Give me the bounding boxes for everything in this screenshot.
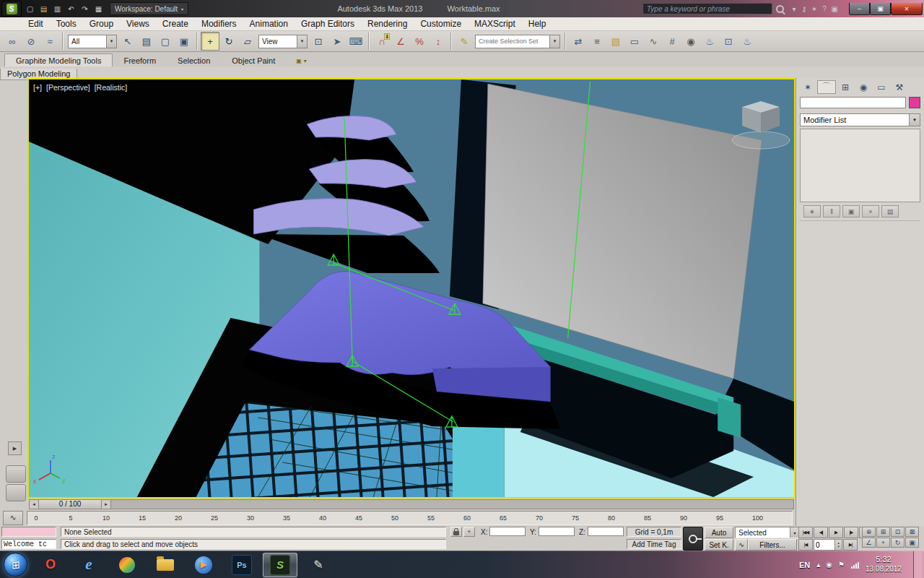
time-slider-prev-arrow[interactable]: ◄ (30, 500, 39, 509)
taskbar-opera[interactable]: O (33, 553, 68, 577)
pin-stack-icon[interactable]: ∗ (803, 205, 821, 217)
selection-filter-dropdown[interactable]: All ▾ (68, 35, 117, 48)
absolute-offset-toggle[interactable]: + (463, 527, 475, 537)
search-dropdown-icon[interactable]: ▾ (789, 5, 799, 13)
zoom-icon[interactable]: ⊕ (862, 527, 876, 537)
new-scene-icon[interactable]: ▢ (23, 2, 37, 15)
project-folder-icon[interactable]: ▦ (92, 2, 105, 15)
orbit-icon[interactable]: ↻ (891, 538, 905, 548)
viewport-layout-preset-button[interactable] (6, 484, 26, 501)
auto-key-button[interactable]: Auto (705, 527, 733, 538)
viewport[interactable]: z x y (27, 78, 796, 499)
time-slider-track[interactable]: ◄ 0 / 100 ► (29, 499, 794, 509)
show-end-result-icon[interactable]: ‖ (823, 205, 840, 217)
tab-display[interactable]: ▭ (873, 81, 890, 93)
reference-coordinate-dropdown[interactable]: View ▾ (258, 35, 308, 48)
go-to-start-button[interactable]: |◀◀ (798, 527, 813, 538)
show-desktop-button[interactable] (913, 551, 922, 578)
current-frame-input[interactable] (814, 540, 834, 550)
open-mini-curve-editor-button[interactable]: ∿ (3, 511, 23, 525)
taskbar-photoshop[interactable]: Ps (225, 553, 259, 577)
menu-item[interactable]: Help (522, 19, 553, 29)
redo-icon[interactable]: ↷ (78, 2, 92, 15)
remove-modifier-icon[interactable]: × (862, 205, 879, 217)
curve-editor-icon[interactable]: ∿ (644, 32, 663, 51)
percent-snap-icon[interactable]: % (410, 32, 429, 51)
ribbon-tab[interactable]: Selection (167, 54, 221, 66)
align-icon[interactable]: ≡ (588, 32, 606, 51)
taskbar-browser[interactable] (110, 553, 144, 577)
minimize-button[interactable]: – (849, 3, 870, 15)
modifier-stack-list[interactable] (800, 129, 920, 202)
network-icon[interactable] (851, 561, 859, 569)
layer-manager-icon[interactable]: ▤ (606, 32, 625, 51)
key-mode-toggle[interactable]: ∿ (735, 539, 748, 551)
set-key-button[interactable]: Set K. (705, 539, 733, 551)
tray-hidden-icons[interactable]: ▴ (816, 561, 820, 569)
taskbar-mediaplayer[interactable]: ▶ (186, 553, 221, 577)
help-icon[interactable]: ? (819, 5, 829, 13)
save-file-icon[interactable]: ▥ (51, 2, 64, 15)
workspace-dropdown[interactable]: Workspace: Default ▾ (110, 2, 188, 15)
mirror-icon[interactable]: ⇄ (569, 32, 588, 51)
render-production-icon[interactable]: ♨ (738, 32, 757, 51)
add-time-tag-button[interactable]: Add Time Tag (627, 539, 681, 549)
configure-modifier-sets-icon[interactable]: ▤ (881, 205, 899, 217)
make-unique-icon[interactable]: ▣ (842, 205, 860, 217)
object-name-input[interactable] (800, 97, 906, 108)
previous-frame-button[interactable]: ◀| (814, 527, 828, 538)
set-keys-button[interactable] (683, 527, 703, 551)
named-selection-set-dropdown[interactable]: Create Selection Set ▾ (475, 35, 560, 48)
infocenter-search-input[interactable]: Type a keyword or phrase (642, 3, 772, 14)
undo-icon[interactable]: ↶ (64, 2, 78, 15)
menu-item[interactable]: MAXScript (468, 19, 522, 29)
application-menu-button[interactable]: S (1, 1, 22, 17)
spinner-snap-icon[interactable]: ↕ (429, 32, 448, 51)
menu-item[interactable]: Modifiers (195, 19, 243, 29)
select-by-name-icon[interactable]: ▤ (137, 32, 156, 51)
time-slider-next-arrow[interactable]: ► (101, 500, 111, 509)
taskbar-folder[interactable] (148, 553, 183, 577)
menu-item[interactable]: Tools (50, 19, 83, 29)
menu-item[interactable]: Rendering (361, 19, 414, 29)
menu-item[interactable]: Graph Editors (295, 19, 361, 29)
menu-item[interactable]: Customize (414, 19, 468, 29)
select-and-move-icon[interactable]: + (201, 32, 219, 51)
angle-snap-icon[interactable]: ∠ (391, 32, 410, 51)
z-coordinate-input[interactable] (588, 527, 624, 536)
maxscript-mini-listener[interactable]: Welcome tc (1, 539, 56, 549)
restore-button[interactable]: ▣ (870, 3, 891, 15)
tab-modify[interactable]: ⌒ (817, 80, 836, 94)
ribbon-dropdown-icon[interactable]: ▾ (304, 58, 307, 64)
taskbar-3dsmax[interactable]: S (263, 553, 297, 577)
select-and-link-icon[interactable]: ∞ (3, 32, 22, 51)
maximize-viewport-icon[interactable]: ▣ (905, 538, 919, 548)
selected-keyset-dropdown[interactable]: Selected ▾ (735, 527, 800, 538)
viewport-layout-preset-button[interactable] (6, 465, 26, 483)
play-button[interactable]: ▶ (829, 527, 843, 538)
tab-utilities[interactable]: ⚒ (891, 81, 908, 93)
zoom-extents-all-icon[interactable]: ⊠ (905, 527, 919, 537)
menu-item[interactable]: Edit (22, 19, 50, 29)
window-crossing-icon[interactable]: ▣ (175, 32, 193, 51)
unlink-selection-icon[interactable]: ⊘ (22, 32, 40, 51)
schematic-view-icon[interactable]: # (663, 32, 681, 51)
select-and-manipulate-icon[interactable]: ➤ (328, 32, 346, 51)
favorites-star-icon[interactable]: ✶ (809, 5, 819, 13)
close-button[interactable]: × (891, 3, 923, 15)
material-editor-icon[interactable]: ◉ (681, 32, 700, 51)
select-and-rotate-icon[interactable]: ↻ (219, 32, 238, 51)
next-frame-button[interactable]: |▶ (844, 527, 858, 538)
keyboard-shortcut-override-icon[interactable]: ⌨ (346, 32, 365, 51)
menu-item[interactable]: Group (83, 19, 120, 29)
tray-action-center-flag-icon[interactable]: ⚑ (838, 561, 845, 569)
y-coordinate-input[interactable] (539, 527, 575, 536)
tab-create[interactable]: ✶ (799, 81, 816, 93)
rendered-frame-icon[interactable]: ⊡ (719, 32, 738, 51)
selection-lock-toggle[interactable] (450, 527, 462, 537)
current-frame-stepper[interactable]: ▴ ▾ (814, 539, 842, 551)
viewport-3d-scene[interactable]: z x y (29, 79, 794, 497)
taskbar-paint[interactable]: ✎ (301, 553, 336, 577)
track-bar-ruler[interactable]: 0510152025303540455055606570758085909510… (27, 511, 793, 525)
tab-hierarchy[interactable]: ⊞ (837, 81, 854, 93)
